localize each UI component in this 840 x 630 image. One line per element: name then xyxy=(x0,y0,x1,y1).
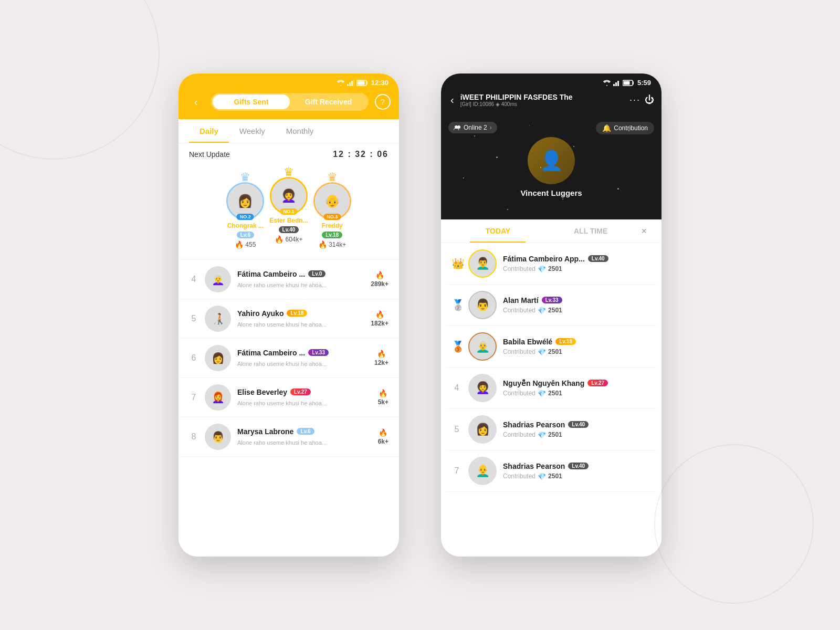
p2-more-button[interactable]: ··· xyxy=(629,94,640,106)
list-item[interactable]: 8 👨 Marysa Labrone Lv.6 Alone raho useme… xyxy=(178,417,399,457)
p2-amount-1: 2501 xyxy=(548,265,562,272)
p2-list-item[interactable]: 🥈 👨 Alan Martí Lv.33 Contributed 💎 2501 xyxy=(446,285,656,326)
phone2-nav: ‹ iWEET PHILIPPIN FASFDES The [Girl] ID:… xyxy=(441,89,662,114)
list-info-6: Fátima Cambeiro ... Lv.33 Alone raho use… xyxy=(237,349,368,368)
p2-amount-3: 2501 xyxy=(548,348,562,355)
p2-amount-7: 2501 xyxy=(548,472,562,480)
list-name-7: Elise Beverley xyxy=(237,388,287,396)
contribution-label: Contribution xyxy=(614,124,648,132)
list-score-4: 🔥 289k+ xyxy=(371,271,388,288)
list-level-8: Lv.6 xyxy=(297,428,314,435)
list-level-7: Lv.27 xyxy=(290,388,311,395)
status-bar1: 12:30 xyxy=(178,74,399,89)
diamond-icon-2: 💎 xyxy=(538,307,546,314)
rank2-name: Chongrak ... xyxy=(227,222,264,229)
list-section: 4 👩‍🦳 Fátima Cambeiro ... Lv.0 Alone rah… xyxy=(178,260,399,556)
p2-level-7: Lv.40 xyxy=(568,463,589,469)
list-sub-7: Alone raho useme khusi he ahoa... xyxy=(237,400,327,406)
list-avatar-5: 🧑‍🦯 xyxy=(205,306,231,332)
status-bar2: 5:59 xyxy=(441,74,662,89)
list-item[interactable]: 7 👩‍🦰 Elise Beverley Lv.27 Alone raho us… xyxy=(178,378,399,417)
p2-level-4: Lv.27 xyxy=(587,380,608,386)
list-score-8: 🔥 6k+ xyxy=(378,428,388,445)
rank-8: 8 xyxy=(189,432,198,442)
rank2-level: Lv.6 xyxy=(237,232,254,238)
rank3-item[interactable]: ♛ 👴 NO.3 Freddy Lv.18 🔥 314k+ xyxy=(313,171,351,249)
diamond-icon-7: 💎 xyxy=(538,472,546,480)
svg-rect-1 xyxy=(349,82,351,86)
rank3-score: 314k+ xyxy=(329,241,346,248)
p2-back-button[interactable]: ‹ xyxy=(448,92,456,108)
list-avatar-8: 👨 xyxy=(205,424,231,450)
rank2-score: 455 xyxy=(245,241,256,248)
phone2-header: 5:59 ‹ iWEET PHILIPPIN FASFDES The [Girl… xyxy=(441,74,662,219)
contribution-button[interactable]: 🔔 Contribution xyxy=(596,122,654,134)
rank1-item[interactable]: ♛ 👩‍🦱 NO.1 Ester Bedn... Lv.40 🔥 604k+ xyxy=(269,165,308,244)
list-name-4: Fátima Cambeiro ... xyxy=(237,270,305,278)
tab-pills: Gifts Sent Gift Received xyxy=(211,93,369,111)
p2-avatar-7: 👨‍🦲 xyxy=(468,457,497,485)
p2-contributed-label-1: Contributed xyxy=(503,265,536,272)
close-button[interactable]: × xyxy=(637,226,652,237)
phone1-nav: ‹ Gifts Sent Gift Received ? xyxy=(178,89,399,119)
list-item[interactable]: 4 👩‍🦳 Fátima Cambeiro ... Lv.0 Alone rah… xyxy=(178,260,399,299)
p2-tabs: TODAY ALL TIME × xyxy=(441,219,662,243)
next-update-bar: Next Update 12 : 32 : 06 xyxy=(178,143,399,165)
rank1-level: Lv.40 xyxy=(279,226,299,233)
p2-title: iWEET PHILIPPIN FASFDES The xyxy=(460,93,625,101)
top3-section: ♛ 👩 NO.2 Chongrak ... Lv.6 🔥 455 ♛ 👩‍🦱 N… xyxy=(178,165,399,259)
svg-rect-8 xyxy=(617,81,619,86)
list-score-6: 🔥 12k+ xyxy=(374,350,388,366)
p2-list-item[interactable]: 4 👩‍🦱 Nguyễn Nguyên Khang Lv.27 Contribu… xyxy=(446,368,656,409)
list-sub-6: Alone raho useme khusi he ahoa... xyxy=(237,361,327,367)
list-info-4: Fátima Cambeiro ... Lv.0 Alone raho usem… xyxy=(237,270,364,289)
p2-avatar-4: 👩‍🦱 xyxy=(468,374,497,402)
list-item[interactable]: 5 🧑‍🦯 Yahiro Ayuko Lv.18 Alone raho usem… xyxy=(178,299,399,339)
svg-rect-0 xyxy=(347,84,349,86)
countdown-timer: 12 : 32 : 06 xyxy=(333,150,388,159)
p2-list-item[interactable]: 🥉 👨‍🦳 Babila Ebwélé Lv.18 Contributed 💎 … xyxy=(446,326,656,368)
help-button[interactable]: ? xyxy=(375,94,391,110)
list-item[interactable]: 6 👩 Fátima Cambeiro ... Lv.33 Alone raho… xyxy=(178,339,399,378)
list-info-5: Yahiro Ayuko Lv.18 Alone raho useme khus… xyxy=(237,309,364,329)
p2-info-5: Shadrias Pearson Lv.40 Contributed 💎 250… xyxy=(503,421,651,439)
p2-name-5: Shadrias Pearson xyxy=(503,421,565,429)
p2-list-item[interactable]: 7 👨‍🦲 Shadrias Pearson Lv.40 Contributed… xyxy=(446,450,656,492)
status-icons-2 xyxy=(603,80,634,86)
alltime-tab[interactable]: ALL TIME xyxy=(544,219,637,243)
p2-rank-7: 7 xyxy=(452,466,462,476)
back-button[interactable]: ‹ xyxy=(187,93,205,111)
p2-amount-2: 2501 xyxy=(548,307,562,314)
period-tabs: Daily Weekly Monthly xyxy=(178,119,399,143)
diamond-icon-4: 💎 xyxy=(538,390,546,397)
list-info-7: Elise Beverley Lv.27 Alone raho useme kh… xyxy=(237,388,372,407)
diamond-icon-1: 💎 xyxy=(538,265,546,273)
online-count: Online 2 xyxy=(464,124,487,131)
today-tab[interactable]: TODAY xyxy=(452,219,544,243)
p2-contributed-label-2: Contributed xyxy=(503,307,536,314)
diamond-icon-3: 💎 xyxy=(538,348,546,356)
rank2-item[interactable]: ♛ 👩 NO.2 Chongrak ... Lv.6 🔥 455 xyxy=(226,171,264,249)
gifts-sent-tab[interactable]: Gifts Sent xyxy=(213,94,290,109)
weekly-tab[interactable]: Weekly xyxy=(229,119,276,143)
p2-list-item[interactable]: 5 👩 Shadrias Pearson Lv.40 Contributed 💎… xyxy=(446,409,656,450)
rank3-name: Freddy xyxy=(322,222,343,229)
p2-avatar-5: 👩 xyxy=(468,415,497,444)
p2-info-4: Nguyễn Nguyên Khang Lv.27 Contributed 💎 … xyxy=(503,379,651,397)
monthly-tab[interactable]: Monthly xyxy=(276,119,324,143)
gift-received-tab[interactable]: Gift Received xyxy=(290,94,367,109)
online-button[interactable]: Online 2 › xyxy=(448,122,497,133)
list-name-6: Fátima Cambeiro ... xyxy=(237,349,305,357)
p2-power-button[interactable]: ⏻ xyxy=(645,94,654,106)
list-level-4: Lv.0 xyxy=(308,270,326,277)
list-sub-4: Alone raho useme khusi he ahoa... xyxy=(237,282,327,288)
p2-video-area: Online 2 › 🔔 Contribution 👤 Vincent Lugg… xyxy=(441,114,662,219)
p2-list-item[interactable]: 👑 👨‍🦱 Fátima Cambeiro App... Lv.40 Contr… xyxy=(446,243,656,285)
list-name-8: Marysa Labrone xyxy=(237,427,293,436)
diamond-icon-5: 💎 xyxy=(538,431,546,439)
p2-list: 👑 👨‍🦱 Fátima Cambeiro App... Lv.40 Contr… xyxy=(441,243,662,556)
rank1-score: 604k+ xyxy=(285,236,302,243)
rank-6: 6 xyxy=(189,353,198,363)
p2-subtitle: [Girl] ID:10086 ◈ 400ms xyxy=(460,101,625,107)
daily-tab[interactable]: Daily xyxy=(189,119,229,143)
